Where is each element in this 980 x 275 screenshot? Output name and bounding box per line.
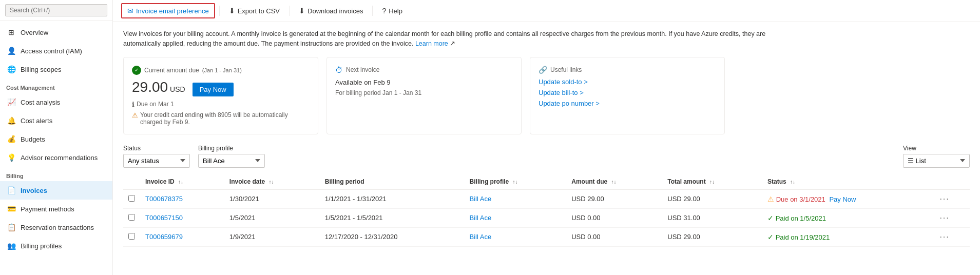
- nav-label-budgets: Budgets: [21, 135, 45, 143]
- sidebar-item-budgets[interactable]: 💰Budgets: [0, 130, 112, 148]
- row-pay-now-link-0[interactable]: Pay Now: [829, 195, 856, 203]
- nav-label-invoices: Invoices: [21, 187, 47, 194]
- row-checkbox-2[interactable]: [128, 233, 135, 240]
- row-actions-menu-0[interactable]: ···: [939, 194, 949, 203]
- toolbar-divider-3: [372, 6, 373, 16]
- sort-icon: ↑↓: [178, 179, 183, 185]
- col-header-checkbox: [123, 174, 140, 190]
- next-invoice-details: Available on Feb 9 For billing period Ja…: [335, 78, 513, 96]
- row-checkbox-1[interactable]: [128, 214, 135, 221]
- status-text: Paid on 1/19/2021: [776, 233, 830, 241]
- toolbar-divider-2: [289, 6, 290, 16]
- status-0: ⚠ Due on 3/1/2021 Pay Now: [762, 189, 934, 208]
- link-icon: 🔗: [539, 66, 547, 74]
- billing-period-2: 12/17/2020 - 12/31/2020: [320, 227, 465, 246]
- status-ok-icon: ✓: [767, 214, 774, 222]
- useful-link-update-bill-to[interactable]: Update bill-to >: [539, 89, 716, 96]
- total-amount-2: USD 29.00: [662, 227, 762, 246]
- nav-label-cost-analysis: Cost analysis: [21, 99, 60, 106]
- sidebar-item-billing-scopes[interactable]: 🌐Billing scopes: [0, 60, 112, 78]
- billing-profile-link-0[interactable]: Bill Ace: [470, 195, 492, 203]
- status-filter-select[interactable]: Any status: [123, 154, 190, 168]
- toolbar-label-export-csv: Export to CSV: [238, 7, 280, 15]
- toolbar-btn-download-invoices[interactable]: ⬇Download invoices: [294, 4, 368, 17]
- table-row: T0006783751/30/20211/1/2021 - 1/31/2021B…: [123, 189, 970, 208]
- row-checkbox-0[interactable]: [128, 195, 135, 202]
- nav-icon-budgets: 💰: [6, 134, 16, 144]
- sidebar-item-reservation-transactions[interactable]: 📋Reservation transactions: [0, 218, 112, 237]
- table-header: Invoice ID ↑↓Invoice date ↑↓Billing peri…: [123, 174, 970, 190]
- sidebar-item-payment-methods[interactable]: 💳Payment methods: [0, 200, 112, 218]
- sort-icon: ↑↓: [269, 179, 274, 185]
- invoice-id-link-1[interactable]: T000657150: [145, 214, 183, 222]
- invoice-id-link-0[interactable]: T000678375: [145, 195, 183, 203]
- toolbar-btn-invoice-email-pref[interactable]: ✉Invoice email preference: [121, 3, 215, 18]
- col-header-billing-profile[interactable]: Billing profile ↑↓: [465, 174, 567, 190]
- toolbar-label-help: Help: [389, 7, 402, 15]
- nav-icon-advisor-recommendations: 💡: [6, 152, 16, 163]
- status-1: ✓ Paid on 1/5/2021: [762, 208, 934, 227]
- card-title-amount: ✓ Current amount due (Jan 1 - Jan 31): [132, 66, 310, 75]
- page-description: View invoices for your billing account. …: [123, 29, 791, 49]
- col-header-status[interactable]: Status ↑↓: [762, 174, 934, 190]
- search-input[interactable]: [5, 4, 107, 16]
- useful-links-card: 🔗 Useful links Update sold-to >Update bi…: [530, 57, 725, 134]
- invoice-id-link-2[interactable]: T000659679: [145, 233, 183, 241]
- learn-more-link[interactable]: Learn more: [415, 40, 448, 47]
- status-ok-icon: ✓: [767, 233, 774, 241]
- status-2: ✓ Paid on 1/19/2021: [762, 227, 934, 246]
- date-range: (Jan 1 - Jan 31): [202, 67, 242, 73]
- toolbar-btn-export-csv[interactable]: ⬇Export to CSV: [224, 4, 285, 17]
- toolbar-btn-help[interactable]: ?Help: [377, 4, 408, 17]
- sidebar-item-cost-alerts[interactable]: 🔔Cost alerts: [0, 111, 112, 130]
- billing-profile-filter-group: Billing profile Bill Ace: [198, 145, 265, 168]
- view-select[interactable]: ☰ List: [903, 154, 970, 168]
- useful-link-update-sold-to[interactable]: Update sold-to >: [539, 78, 716, 86]
- col-header-billing-period: Billing period: [320, 174, 465, 190]
- main-content: ✉Invoice email preference⬇Export to CSV⬇…: [113, 0, 980, 275]
- sort-icon: ↑↓: [611, 179, 617, 185]
- toolbar-divider-1: [219, 6, 220, 16]
- row-actions-menu-1[interactable]: ···: [939, 213, 949, 222]
- pay-now-button[interactable]: Pay Now: [193, 83, 234, 96]
- nav-icon-cost-alerts: 🔔: [6, 115, 16, 126]
- status-filter-group: Status Any status: [123, 145, 190, 168]
- amount-display: 29.00 USD Pay Now: [132, 79, 310, 96]
- nav-label-reservation-transactions: Reservation transactions: [21, 224, 94, 231]
- nav-label-billing-profiles: Billing profiles: [21, 242, 62, 250]
- nav-icon-overview: ⊞: [6, 27, 16, 37]
- useful-links-list: Update sold-to >Update bill-to >Update p…: [539, 78, 716, 107]
- sidebar-item-billing-profiles[interactable]: 👥Billing profiles: [0, 237, 112, 255]
- col-header-invoice-date[interactable]: Invoice date ↑↓: [224, 174, 320, 190]
- card-warning: ⚠ Your credit card ending with 8905 will…: [132, 111, 310, 126]
- sidebar-item-cost-analysis[interactable]: 📈Cost analysis: [0, 93, 112, 111]
- sort-icon: ↑↓: [513, 179, 518, 185]
- billing-profile-link-1[interactable]: Bill Ace: [470, 214, 492, 222]
- sidebar-item-access-control[interactable]: 👤Access control (IAM): [0, 42, 112, 60]
- billing-profile-select[interactable]: Bill Ace: [198, 154, 265, 168]
- sidebar-nav: ⊞Overview👤Access control (IAM)🌐Billing s…: [0, 21, 112, 275]
- row-actions-menu-2[interactable]: ···: [939, 232, 949, 241]
- col-header-total-amount[interactable]: Total amount ↑↓: [662, 174, 762, 190]
- amount-icon: ✓: [132, 66, 141, 75]
- status-warning-icon: ⚠: [767, 195, 774, 203]
- card-title-next: ⏱ Next invoice: [335, 66, 513, 74]
- nav-icon-billing-scopes: 🌐: [6, 64, 16, 74]
- col-header-invoice-id[interactable]: Invoice ID ↑↓: [140, 174, 224, 190]
- billing-profile-label: Billing profile: [198, 145, 265, 152]
- col-header-amount-due[interactable]: Amount due ↑↓: [566, 174, 662, 190]
- useful-link-update-po-number[interactable]: Update po number >: [539, 100, 716, 107]
- nav-section-cost-management-label: Cost Management: [0, 78, 112, 93]
- sidebar-item-overview[interactable]: ⊞Overview: [0, 23, 112, 42]
- sort-icon: ↑↓: [709, 179, 715, 185]
- sidebar-item-advisor-recommendations[interactable]: 💡Advisor recommendations: [0, 148, 112, 167]
- sort-icon: ↑↓: [790, 179, 795, 185]
- cards-row: ✓ Current amount due (Jan 1 - Jan 31) 29…: [123, 57, 970, 134]
- invoice-date-0: 1/30/2021: [224, 189, 320, 208]
- clock-icon: ⏱: [335, 66, 343, 74]
- nav-icon-billing-profiles: 👥: [6, 241, 16, 251]
- billing-profile-link-2[interactable]: Bill Ace: [470, 233, 492, 241]
- card-title-links: 🔗 Useful links: [539, 66, 716, 74]
- sidebar-item-invoices[interactable]: 📄Invoices: [0, 181, 112, 200]
- amount-due-1: USD 0.00: [566, 208, 662, 227]
